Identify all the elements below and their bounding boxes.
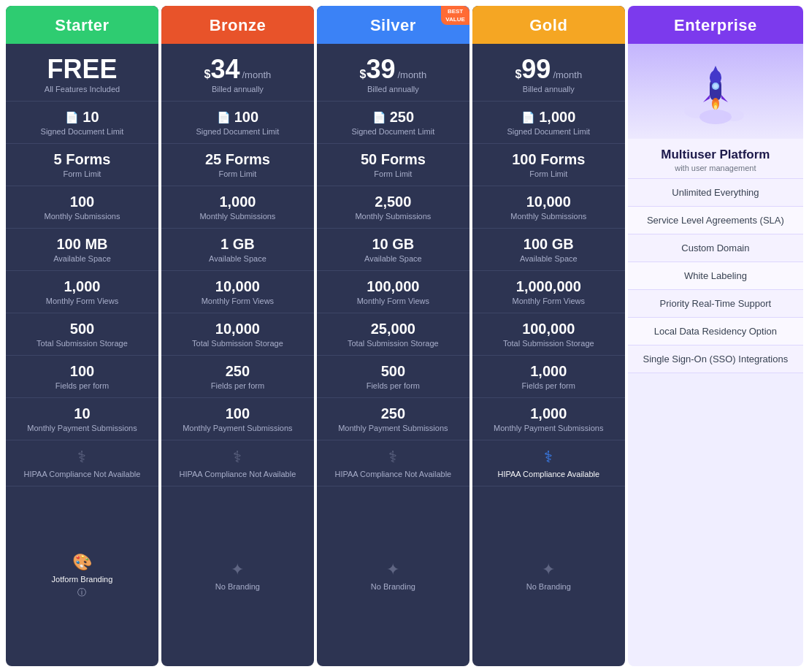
silver-forms: 50 Forms Form Limit xyxy=(317,144,469,186)
gold-substorage: 100,000 Total Submission Storage xyxy=(472,313,625,356)
bronze-hipaa: ⚕ HIPAA Compliance Not Available xyxy=(161,440,314,486)
no-branding-icon: ✦ xyxy=(542,560,555,579)
doc-icon: 📄 xyxy=(217,111,231,124)
silver-formviews: 100,000 Monthly Form Views xyxy=(317,271,469,313)
plan-enterprise: Enterprise xyxy=(628,6,803,666)
rocket-illustration xyxy=(683,58,748,124)
bronze-substorage: 10,000 Total Submission Storage xyxy=(161,313,314,356)
bronze-storage: 1 GB Available Space xyxy=(161,229,314,271)
gold-forms: 100 Forms Form Limit xyxy=(472,144,625,186)
enterprise-domain: Custom Domain xyxy=(628,234,803,262)
starter-plan-name: Starter xyxy=(13,16,151,35)
starter-forms: 5 Forms Form Limit xyxy=(6,144,158,186)
silver-branding: ✦ No Branding xyxy=(317,486,469,666)
bronze-submissions: 1,000 Monthly Submissions xyxy=(161,186,314,229)
gold-fields: 1,000 Fields per form xyxy=(472,356,625,398)
enterprise-support: Priority Real-Time Support xyxy=(628,290,803,318)
svg-point-7 xyxy=(713,84,718,88)
silver-payment: 250 Monthly Payment Submissions xyxy=(317,398,469,440)
enterprise-sla: Service Level Agreements (SLA) xyxy=(628,207,803,234)
bronze-plan-name: Bronze xyxy=(169,16,307,35)
starter-submissions: 100 Monthly Submissions xyxy=(6,186,158,229)
bronze-fields: 250 Fields per form xyxy=(161,356,314,398)
silver-hipaa: ⚕ HIPAA Compliance Not Available xyxy=(317,440,469,486)
starter-branding: 🎨 Jotform Branding ⓘ xyxy=(6,486,158,666)
starter-docs: 📄 10 Signed Document Limit xyxy=(6,102,158,144)
doc-icon: 📄 xyxy=(65,111,79,124)
hipaa-icon: ⚕ xyxy=(388,448,397,467)
bronze-docs: 📄 100 Signed Document Limit xyxy=(161,102,314,144)
hipaa-available-icon: ⚕ xyxy=(544,448,553,467)
enterprise-whitelabel: White Labeling xyxy=(628,262,803,290)
starter-fields: 100 Fields per form xyxy=(6,356,158,398)
starter-header: Starter xyxy=(6,6,158,44)
no-branding-icon: ✦ xyxy=(386,560,399,579)
gold-header: Gold xyxy=(472,6,625,44)
silver-substorage: 25,000 Total Submission Storage xyxy=(317,313,469,356)
bronze-price-section: $ 34 /month Billed annually xyxy=(161,44,314,102)
no-branding-icon: ✦ xyxy=(231,560,244,579)
hipaa-icon: ⚕ xyxy=(233,448,242,467)
plan-starter: Starter FREE All Features Included 📄 10 … xyxy=(6,6,158,666)
bronze-branding: ✦ No Branding xyxy=(161,486,314,666)
gold-plan-name: Gold xyxy=(480,16,618,35)
enterprise-sso: Single Sign-On (SSO) Integrations xyxy=(628,345,803,373)
gold-formviews: 1,000,000 Monthly Form Views xyxy=(472,271,625,313)
plan-gold: Gold $ 99 /month Billed annually 📄 1,000… xyxy=(472,6,625,666)
svg-point-2 xyxy=(699,110,732,124)
pricing-table: Starter FREE All Features Included 📄 10 … xyxy=(0,0,809,672)
silver-storage: 10 GB Available Space xyxy=(317,229,469,271)
svg-marker-9 xyxy=(721,95,728,102)
info-icon[interactable]: ⓘ xyxy=(77,587,86,599)
gold-storage: 100 GB Available Space xyxy=(472,229,625,271)
enterprise-header: Enterprise xyxy=(628,6,803,44)
silver-price-section: $ 39 /month Billed annually xyxy=(317,44,469,102)
bronze-forms: 25 Forms Form Limit xyxy=(161,144,314,186)
starter-storage: 100 MB Available Space xyxy=(6,229,158,271)
starter-price: FREE xyxy=(47,54,117,85)
enterprise-residency: Local Data Residency Option xyxy=(628,318,803,345)
bronze-formviews: 10,000 Monthly Form Views xyxy=(161,271,314,313)
starter-substorge: 500 Total Submission Storage xyxy=(6,313,158,356)
svg-marker-8 xyxy=(703,95,710,102)
doc-icon: 📄 xyxy=(521,111,535,124)
hipaa-icon: ⚕ xyxy=(77,448,86,467)
enterprise-platform-text: Multiuser Platform with user management xyxy=(628,139,803,179)
gold-hipaa: ⚕ HIPAA Compliance Available xyxy=(472,440,625,486)
enterprise-rocket-section xyxy=(628,44,803,139)
silver-docs: 📄 250 Signed Document Limit xyxy=(317,102,469,144)
starter-hipaa: ⚕ HIPAA Compliance Not Available xyxy=(6,440,158,486)
starter-formviews: 1,000 Monthly Form Views xyxy=(6,271,158,313)
plan-silver: BESTVALUE Silver $ 39 /month Billed annu… xyxy=(317,6,469,666)
silver-header: BESTVALUE Silver xyxy=(317,6,469,44)
plan-bronze: Bronze $ 34 /month Billed annually 📄 100… xyxy=(161,6,314,666)
starter-price-sub: All Features Included xyxy=(45,85,120,93)
gold-submissions: 10,000 Monthly Submissions xyxy=(472,186,625,229)
best-value-badge: BESTVALUE xyxy=(441,6,469,25)
silver-fields: 500 Fields per form xyxy=(317,356,469,398)
bronze-header: Bronze xyxy=(161,6,314,44)
gold-price-section: $ 99 /month Billed annually xyxy=(472,44,625,102)
starter-payment: 10 Monthly Payment Submissions xyxy=(6,398,158,440)
starter-price-section: FREE All Features Included xyxy=(6,44,158,102)
bronze-payment: 100 Monthly Payment Submissions xyxy=(161,398,314,440)
gold-branding: ✦ No Branding xyxy=(472,486,625,666)
enterprise-unlimited: Unlimited Everything xyxy=(628,179,803,207)
doc-icon: 📄 xyxy=(372,111,386,124)
gold-payment: 1,000 Monthly Payment Submissions xyxy=(472,398,625,440)
silver-submissions: 2,500 Monthly Submissions xyxy=(317,186,469,229)
enterprise-plan-name: Enterprise xyxy=(635,16,796,35)
gold-docs: 📄 1,000 Signed Document Limit xyxy=(472,102,625,144)
jotform-brand-icon: 🎨 xyxy=(72,553,92,572)
svg-point-12 xyxy=(714,105,717,110)
